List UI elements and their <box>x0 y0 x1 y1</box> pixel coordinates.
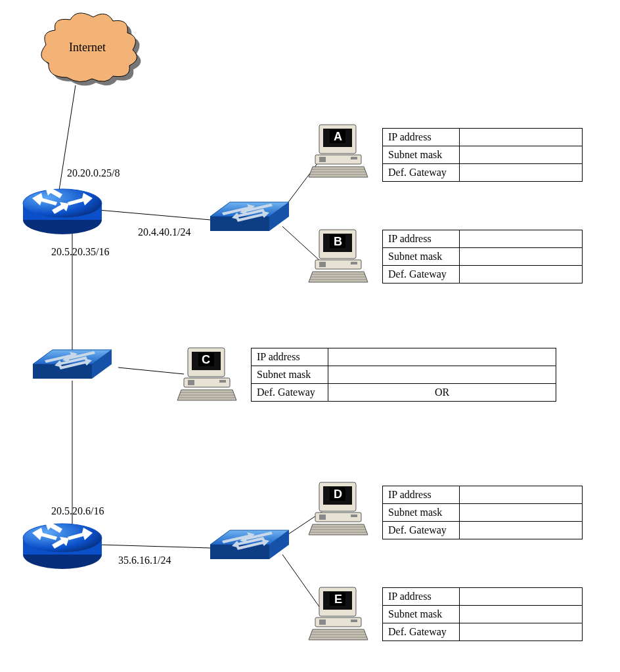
host-c-mask-value <box>328 366 556 384</box>
host-a-gw-value <box>460 164 583 182</box>
host-a-mask-label: Subnet mask <box>383 146 460 164</box>
host-a-ip-label: IP address <box>383 129 460 146</box>
host-b-table: IP address Subnet mask Def. Gateway <box>382 230 583 284</box>
host-b-mask-label: Subnet mask <box>383 248 460 266</box>
host-c-ip-value <box>328 348 556 366</box>
host-e-mask-value <box>460 606 583 623</box>
host-a-ip-value <box>460 129 583 146</box>
host-b-ip-value <box>460 230 583 248</box>
host-a-mask-value <box>460 146 583 164</box>
svg-text:B: B <box>334 235 342 248</box>
host-a-gw-label: Def. Gateway <box>383 164 460 182</box>
host-c-gw-label: Def. Gateway <box>252 384 328 402</box>
host-d-mask-label: Subnet mask <box>383 504 460 522</box>
host-e-gw-value <box>460 623 583 641</box>
pc-icons: A B C D E <box>0 0 620 672</box>
host-b-gw-value <box>460 266 583 284</box>
svg-text:E: E <box>334 593 342 606</box>
svg-text:A: A <box>334 130 342 143</box>
host-e-table: IP address Subnet mask Def. Gateway <box>382 587 583 641</box>
host-b-gw-label: Def. Gateway <box>383 266 460 284</box>
host-c-gw-value: OR <box>328 384 556 402</box>
host-b-mask-value <box>460 248 583 266</box>
host-d-mask-value <box>460 504 583 522</box>
host-d-gw-label: Def. Gateway <box>383 522 460 539</box>
host-e-ip-label: IP address <box>383 588 460 606</box>
host-d-ip-label: IP address <box>383 486 460 504</box>
host-d-gw-value <box>460 522 583 539</box>
svg-text:D: D <box>334 488 342 501</box>
svg-text:C: C <box>202 353 210 366</box>
host-d-table: IP address Subnet mask Def. Gateway <box>382 486 583 539</box>
host-e-gw-label: Def. Gateway <box>383 623 460 641</box>
host-e-ip-value <box>460 588 583 606</box>
host-c-ip-label: IP address <box>252 348 328 366</box>
host-e-mask-label: Subnet mask <box>383 606 460 623</box>
host-b-ip-label: IP address <box>383 230 460 248</box>
host-a-table: IP address Subnet mask Def. Gateway <box>382 128 583 182</box>
host-c-table: IP address Subnet mask Def. Gateway OR <box>251 348 556 402</box>
host-d-ip-value <box>460 486 583 504</box>
host-c-mask-label: Subnet mask <box>252 366 328 384</box>
